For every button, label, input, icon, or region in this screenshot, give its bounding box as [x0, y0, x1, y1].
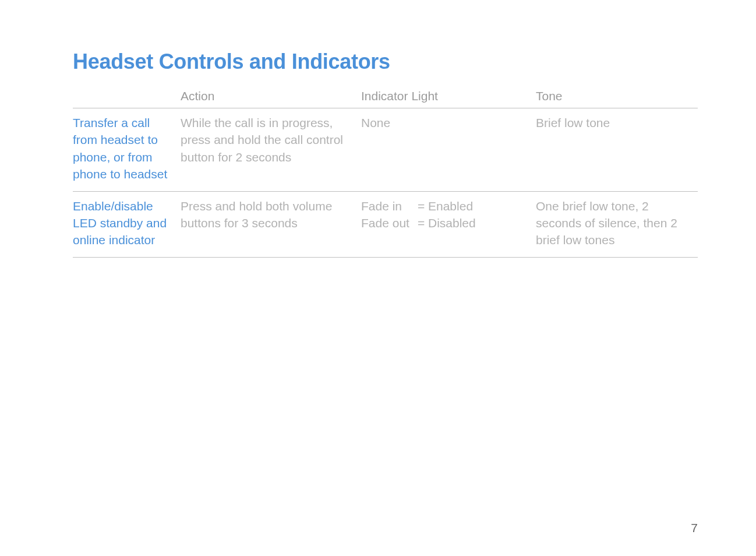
indicator-fadeout-right: = Disabled: [409, 214, 476, 231]
table-row: Enable/disable LED standby and online in…: [73, 191, 698, 257]
page-number: 7: [691, 521, 698, 535]
row-tone: One brief low tone, 2 seconds of silence…: [536, 191, 698, 257]
indicator-fadein-left: Fade in: [361, 198, 409, 214]
row-label-transfer: Transfer a call from headset to phone, o…: [73, 108, 181, 192]
document-page: Headset Controls and Indicators Action I…: [0, 0, 756, 281]
page-title: Headset Controls and Indicators: [73, 50, 698, 74]
row-indicator: None: [361, 108, 536, 192]
row-action: While the call is in progress, press and…: [181, 108, 361, 192]
indicator-fadeout-left: Fade out: [361, 214, 409, 231]
row-tone: Brief low tone: [536, 108, 698, 192]
row-action: Press and hold both volume buttons for 3…: [181, 191, 361, 257]
controls-table: Action Indicator Light Tone Transfer a c…: [73, 85, 698, 258]
header-tone: Tone: [536, 85, 698, 108]
table-row: Transfer a call from headset to phone, o…: [73, 108, 698, 192]
row-indicator: Fade in = Enabled Fade out = Disabled: [361, 191, 536, 257]
header-blank: [73, 85, 181, 108]
header-action: Action: [181, 85, 361, 108]
indicator-fadein-right: = Enabled: [409, 198, 476, 214]
header-indicator: Indicator Light: [361, 85, 536, 108]
row-label-led: Enable/disable LED standby and online in…: [73, 191, 181, 257]
